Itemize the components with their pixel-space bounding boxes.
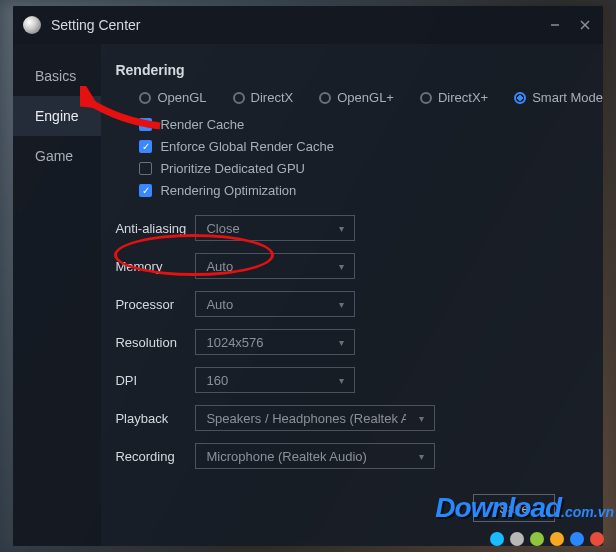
memory-label: Memory	[115, 259, 195, 274]
sidebar-item-label: Game	[35, 148, 73, 164]
dot-icon	[550, 532, 564, 546]
select-value: Auto	[206, 297, 233, 312]
main-panel: Rendering OpenGL DirectX OpenGL+ DirectX…	[101, 44, 603, 546]
settings-window: Setting Center Basics Engine Game Render…	[13, 6, 603, 546]
radio-directx[interactable]: DirectX	[233, 90, 294, 105]
radio-opengl-plus[interactable]: OpenGL+	[319, 90, 394, 105]
dots-row	[490, 532, 604, 546]
app-icon	[23, 16, 41, 34]
resolution-select[interactable]: 1024x576	[195, 329, 355, 355]
dpi-select[interactable]: 160	[195, 367, 355, 393]
check-icon: ✓	[139, 184, 152, 197]
sidebar: Basics Engine Game	[13, 44, 101, 546]
radio-icon	[420, 92, 432, 104]
radio-label: DirectX+	[438, 90, 488, 105]
radio-label: OpenGL+	[337, 90, 394, 105]
sidebar-item-engine[interactable]: Engine	[13, 96, 101, 136]
radio-icon	[233, 92, 245, 104]
sidebar-item-label: Engine	[35, 108, 79, 124]
sidebar-item-game[interactable]: Game	[13, 136, 101, 176]
check-render-cache[interactable]: ✓ Render Cache	[139, 113, 603, 135]
radio-label: DirectX	[251, 90, 294, 105]
dpi-label: DPI	[115, 373, 195, 388]
window-title: Setting Center	[51, 17, 547, 33]
select-value: Speakers / Headphones (Realtek Audio)	[206, 411, 406, 426]
rendering-checks: ✓ Render Cache ✓ Enforce Global Render C…	[115, 113, 603, 201]
dot-icon	[530, 532, 544, 546]
check-icon: ✓	[139, 140, 152, 153]
select-value: 1024x576	[206, 335, 263, 350]
antialiasing-select[interactable]: Close	[195, 215, 355, 241]
memory-select[interactable]: Auto	[195, 253, 355, 279]
minimize-button[interactable]	[547, 17, 563, 33]
dot-icon	[590, 532, 604, 546]
antialiasing-label: Anti-aliasing	[115, 221, 195, 236]
radio-label: Smart Mode	[532, 90, 603, 105]
sidebar-item-basics[interactable]: Basics	[13, 56, 101, 96]
recording-label: Recording	[115, 449, 195, 464]
check-label: Render Cache	[160, 117, 244, 132]
check-prioritize-gpu[interactable]: Prioritize Dedicated GPU	[139, 157, 603, 179]
recording-select[interactable]: Microphone (Realtek Audio)	[195, 443, 435, 469]
check-icon	[139, 162, 152, 175]
playback-label: Playback	[115, 411, 195, 426]
save-button[interactable]: Save	[473, 494, 555, 522]
close-button[interactable]	[577, 17, 593, 33]
dot-icon	[510, 532, 524, 546]
radio-icon	[139, 92, 151, 104]
radio-opengl[interactable]: OpenGL	[139, 90, 206, 105]
check-label: Prioritize Dedicated GPU	[160, 161, 305, 176]
check-enforce-global[interactable]: ✓ Enforce Global Render Cache	[139, 135, 603, 157]
select-value: 160	[206, 373, 228, 388]
sidebar-item-label: Basics	[35, 68, 76, 84]
check-rendering-optimization[interactable]: ✓ Rendering Optimization	[139, 179, 603, 201]
rendering-title: Rendering	[115, 62, 603, 78]
save-label: Save	[499, 501, 529, 516]
rendering-mode-radios: OpenGL DirectX OpenGL+ DirectX+ Smart Mo…	[115, 90, 603, 105]
check-icon: ✓	[139, 118, 152, 131]
radio-label: OpenGL	[157, 90, 206, 105]
check-label: Enforce Global Render Cache	[160, 139, 333, 154]
select-value: Close	[206, 221, 239, 236]
titlebar: Setting Center	[13, 6, 603, 44]
playback-select[interactable]: Speakers / Headphones (Realtek Audio)	[195, 405, 435, 431]
check-label: Rendering Optimization	[160, 183, 296, 198]
processor-select[interactable]: Auto	[195, 291, 355, 317]
radio-smart-mode[interactable]: Smart Mode	[514, 90, 603, 105]
dot-icon	[490, 532, 504, 546]
radio-icon	[319, 92, 331, 104]
select-value: Microphone (Realtek Audio)	[206, 449, 366, 464]
radio-directx-plus[interactable]: DirectX+	[420, 90, 488, 105]
processor-label: Processor	[115, 297, 195, 312]
dot-icon	[570, 532, 584, 546]
resolution-label: Resolution	[115, 335, 195, 350]
select-value: Auto	[206, 259, 233, 274]
radio-icon	[514, 92, 526, 104]
